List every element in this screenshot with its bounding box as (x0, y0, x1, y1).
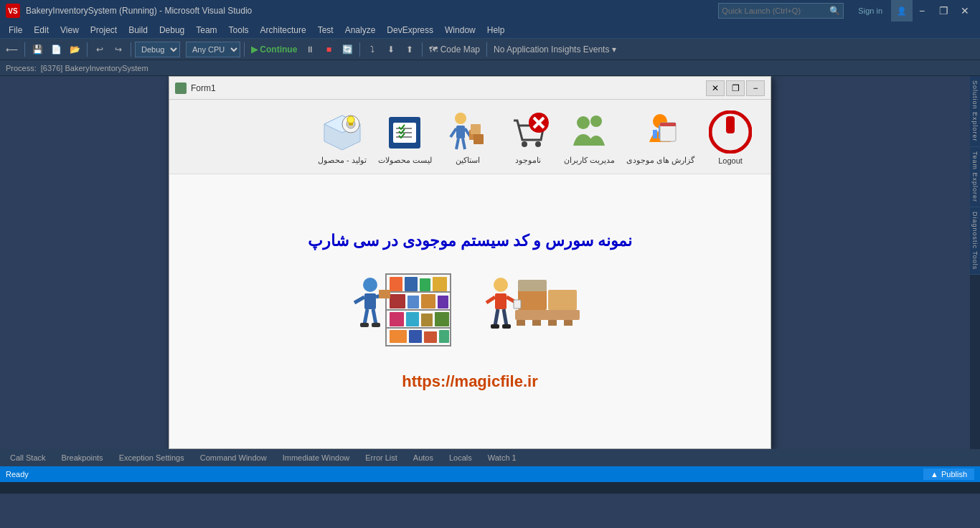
team-explorer-tab[interactable]: Team Explorer (970, 147, 980, 207)
svg-point-9 (590, 116, 602, 127)
form-minimize-button[interactable]: − (746, 80, 765, 96)
tb-step-into[interactable]: ⬇ (382, 41, 400, 58)
tab-breakpoints[interactable]: Breakpoints (55, 451, 110, 465)
unavailable-item[interactable]: ناموجود (499, 105, 557, 168)
user-mgmt-item[interactable]: مدیریت کاربران (560, 105, 619, 168)
form-title: Form1 (191, 83, 706, 93)
menu-tools[interactable]: Tools (223, 22, 255, 38)
product-list-item[interactable]: لیست محصولات (374, 105, 436, 168)
svg-rect-34 (349, 123, 353, 126)
tb-save[interactable]: 💾 (29, 41, 46, 58)
search-input[interactable] (722, 6, 829, 15)
svg-rect-63 (379, 290, 390, 298)
form-win-controls: ✕ ❐ − (706, 80, 765, 96)
svg-rect-21 (473, 134, 484, 144)
form-close-button[interactable]: ✕ (706, 80, 725, 96)
sep6 (422, 42, 423, 57)
svg-rect-46 (438, 296, 448, 308)
svg-rect-42 (433, 277, 447, 291)
title-text: BakeryInventorySystem (Running) - Micros… (26, 6, 718, 16)
menu-devexpress[interactable]: DevExpress (381, 22, 439, 38)
tb-open[interactable]: 📂 (66, 41, 83, 58)
svg-rect-69 (532, 320, 541, 326)
tb-step-out[interactable]: ⬆ (401, 41, 418, 58)
tab-immediate-window[interactable]: Immediate Window (275, 451, 357, 465)
account-button[interactable]: 👤 (891, 0, 913, 22)
svg-point-8 (577, 116, 590, 129)
menu-test[interactable]: Test (312, 22, 339, 38)
stocking-item[interactable]: استاکین (439, 105, 496, 168)
publish-button[interactable]: ▲ Publish (923, 468, 974, 480)
close-button[interactable]: ✕ (956, 4, 974, 18)
production-item[interactable]: تولید - محصول (314, 105, 371, 168)
sep4 (244, 42, 245, 57)
menu-team[interactable]: Team (190, 22, 222, 38)
debug-dropdown[interactable]: Debug (135, 42, 180, 57)
search-box[interactable]: 🔍 (718, 3, 844, 19)
svg-line-23 (463, 138, 465, 149)
tab-exception-settings[interactable]: Exception Settings (112, 451, 192, 465)
tab-error-list[interactable]: Error List (358, 451, 405, 465)
menu-edit[interactable]: Edit (28, 22, 55, 38)
menu-window[interactable]: Window (439, 22, 481, 38)
tb-stop[interactable]: ■ (320, 41, 337, 58)
menu-project[interactable]: Project (85, 22, 123, 38)
tab-locals[interactable]: Locals (442, 451, 479, 465)
svg-rect-62 (372, 323, 380, 327)
product-list-label: لیست محصولات (378, 156, 432, 165)
tb-step-over[interactable]: ⤵ (364, 41, 381, 58)
restore-button[interactable]: ❐ (934, 4, 953, 18)
appinsights-button[interactable]: No Application Insights Events ▾ (491, 41, 619, 58)
unavailable-img (505, 108, 551, 154)
tb-saveas[interactable]: 📄 (47, 41, 65, 58)
menu-debug[interactable]: Debug (154, 22, 190, 38)
menu-help[interactable]: Help (481, 22, 511, 38)
tb-back[interactable]: ⟵ (3, 41, 21, 58)
form-restore-button[interactable]: ❐ (726, 80, 745, 96)
tab-autos[interactable]: Autos (406, 451, 440, 465)
continue-button[interactable]: ▶ Continue (248, 41, 300, 58)
tab-watch1[interactable]: Watch 1 (481, 451, 524, 465)
solution-explorer-tab[interactable]: Solution Explorer (970, 76, 980, 147)
product-list-img (382, 108, 428, 154)
svg-rect-44 (407, 296, 419, 308)
production-img (319, 108, 365, 154)
svg-rect-52 (409, 330, 422, 343)
menu-file[interactable]: File (3, 22, 28, 38)
cpu-dropdown[interactable]: Any CPU (186, 42, 240, 57)
sep5 (359, 42, 360, 57)
signin-link[interactable]: Sign in (858, 6, 882, 15)
tb-redo[interactable]: ↪ (110, 41, 127, 58)
toolbar: ⟵ 💾 📄 📂 ↩ ↪ Debug Any CPU ▶ Continue ⏸ ■… (0, 39, 980, 60)
menu-view[interactable]: View (55, 22, 85, 38)
tab-command-window[interactable]: Command Window (193, 451, 274, 465)
diagnostic-tools-tab[interactable]: Diagnostic Tools (970, 207, 980, 275)
status-text: Ready (6, 470, 923, 478)
process-value: [6376] BakeryInventorySystem (41, 64, 149, 72)
tab-call-stack[interactable]: Call Stack (3, 451, 53, 465)
form-titlebar: Form1 ✕ ❐ − (169, 77, 771, 100)
tb-restart[interactable]: 🔄 (339, 41, 356, 58)
menu-build[interactable]: Build (123, 22, 154, 38)
svg-rect-66 (548, 290, 577, 310)
minimize-button[interactable]: − (913, 4, 931, 18)
codemap-button[interactable]: 🗺 Code Map (426, 41, 483, 58)
tb-undo[interactable]: ↩ (91, 41, 108, 58)
svg-point-15 (455, 113, 466, 124)
logout-icon-item[interactable]: Logout (702, 106, 759, 168)
sep1 (24, 42, 25, 57)
menu-architecture[interactable]: Architecture (255, 22, 312, 38)
svg-line-60 (373, 309, 376, 324)
form-icon (175, 82, 187, 94)
menu-analyze[interactable]: Analyze (339, 22, 382, 38)
svg-rect-20 (471, 124, 481, 134)
tb-pause[interactable]: ⏸ (301, 41, 319, 58)
svg-rect-50 (435, 312, 449, 326)
form-main: نمونه سورس و کد سیستم موجودی در سی شارپ (293, 174, 647, 448)
process-label: Process: (6, 64, 37, 72)
url-text[interactable]: https://magicfile.ir (402, 372, 537, 391)
svg-rect-51 (390, 330, 407, 343)
inventory-report-item[interactable]: گزارش های موجودی (622, 105, 699, 168)
warehouse-img-1 (348, 265, 463, 358)
svg-rect-73 (495, 293, 507, 309)
